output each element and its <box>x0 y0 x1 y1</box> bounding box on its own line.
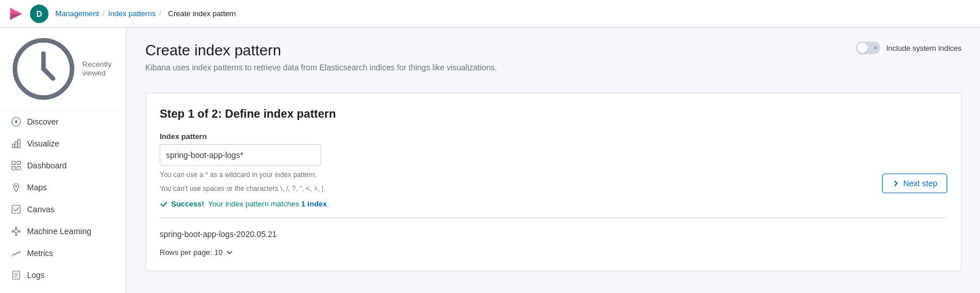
include-system-indices-toggle[interactable]: ✕ <box>856 42 880 54</box>
chevron-right-icon <box>892 179 900 187</box>
sidebar-item-discover-label: Discover <box>27 117 58 126</box>
metrics-icon <box>11 248 21 258</box>
index-pattern-label: Index pattern <box>160 132 947 141</box>
svg-rect-5 <box>15 142 17 148</box>
success-label: Success! Your index pattern matches 1 in… <box>171 200 329 208</box>
matched-index-suffix: -2020.05.21 <box>233 230 277 239</box>
svg-point-15 <box>16 234 17 235</box>
sidebar-item-apm[interactable]: APM <box>0 286 126 293</box>
page-header: Create index pattern Kibana uses index p… <box>145 42 497 72</box>
sidebar-item-logs[interactable]: Logs <box>0 264 126 286</box>
include-system-indices-label: Include system indices <box>886 44 962 52</box>
sidebar-item-maps-label: Maps <box>27 183 47 192</box>
main-layout: Recently viewed Discover Visualize <box>0 28 980 293</box>
divider <box>160 217 947 218</box>
sidebar-item-machine-learning-label: Machine Learning <box>27 227 91 236</box>
content-area: Create index pattern Kibana uses index p… <box>127 28 980 293</box>
sidebar-item-logs-label: Logs <box>27 271 44 280</box>
svg-point-11 <box>16 185 17 187</box>
logs-icon <box>11 270 21 280</box>
rows-per-page[interactable]: Rows per page: 10 <box>160 248 947 257</box>
breadcrumb-index-patterns[interactable]: Index patterns <box>108 9 156 18</box>
svg-point-16 <box>12 230 14 232</box>
success-count: 1 index <box>301 200 327 208</box>
sidebar-item-dashboard[interactable]: Dashboard <box>0 155 126 176</box>
breadcrumb-current: Create index pattern <box>168 9 236 18</box>
check-icon <box>160 200 168 208</box>
toggle-x-icon: ✕ <box>873 45 878 51</box>
sidebar-item-maps[interactable]: Maps <box>0 176 126 198</box>
sidebar-item-discover[interactable]: Discover <box>0 111 126 133</box>
svg-rect-9 <box>12 166 16 170</box>
page-title: Create index pattern <box>145 42 497 59</box>
svg-rect-4 <box>12 144 14 148</box>
next-step-button[interactable]: Next step <box>882 174 947 193</box>
sidebar-item-canvas[interactable]: Canvas <box>0 198 126 220</box>
svg-point-13 <box>14 230 18 233</box>
svg-rect-10 <box>17 166 21 170</box>
svg-rect-8 <box>17 161 21 164</box>
recently-viewed-label: Recently viewed <box>82 60 117 77</box>
svg-rect-7 <box>12 161 16 164</box>
canvas-icon <box>11 204 21 215</box>
index-pattern-input[interactable] <box>160 144 321 166</box>
recently-viewed-section: Recently viewed <box>0 28 126 111</box>
form-section: Step 1 of 2: Define index pattern Index … <box>160 107 947 208</box>
sidebar-item-machine-learning[interactable]: Machine Learning <box>0 220 126 242</box>
rows-per-page-label: Rows per page: 10 <box>160 248 223 257</box>
svg-rect-12 <box>12 205 20 213</box>
clock-icon <box>9 35 78 103</box>
page-subtitle: Kibana uses index patterns to retrieve d… <box>145 63 497 72</box>
ml-icon <box>11 226 21 236</box>
create-index-pattern-card: Step 1 of 2: Define index pattern Index … <box>145 93 962 271</box>
sidebar-item-metrics[interactable]: Metrics <box>0 242 126 264</box>
svg-point-17 <box>19 230 21 232</box>
svg-rect-6 <box>18 140 20 148</box>
matched-index-name: spring-boot-app-logs <box>160 230 233 239</box>
step-title: Step 1 of 2: Define index pattern <box>160 107 947 121</box>
form-hint-1: You can use a * as a wildcard in your in… <box>160 170 947 180</box>
breadcrumb-sep-2: / <box>159 9 161 18</box>
next-step-label: Next step <box>903 179 937 188</box>
sidebar-item-dashboard-label: Dashboard <box>27 161 67 170</box>
chevron-down-icon <box>226 249 233 256</box>
sidebar-item-visualize-label: Visualize <box>27 139 59 148</box>
sidebar-item-metrics-label: Metrics <box>27 249 53 258</box>
toggle-knob <box>857 43 868 53</box>
sidebar-item-visualize[interactable]: Visualize <box>0 133 126 155</box>
dashboard-icon <box>11 160 21 171</box>
top-nav: D Management / Index patterns / Create i… <box>0 0 980 28</box>
svg-point-14 <box>16 227 17 228</box>
matched-index-row: spring-boot-app-logs-2020.05.21 <box>160 227 947 241</box>
user-avatar: D <box>30 5 48 23</box>
success-prefix: Success! <box>171 200 204 208</box>
success-message: Success! Your index pattern matches 1 in… <box>160 200 947 208</box>
sidebar: Recently viewed Discover Visualize <box>0 28 127 293</box>
compass-icon <box>11 117 21 127</box>
toggle-row: ✕ Include system indices <box>856 42 962 54</box>
bar-chart-icon <box>11 138 21 149</box>
breadcrumb-sep-1: / <box>103 9 105 18</box>
breadcrumb-management[interactable]: Management <box>55 9 99 18</box>
sidebar-item-canvas-label: Canvas <box>27 205 54 214</box>
kibana-logo <box>7 5 25 23</box>
map-icon <box>11 182 21 193</box>
breadcrumb: Management / Index patterns / Create ind… <box>55 9 239 18</box>
form-hint-2: You can't use spaces or the characters \… <box>160 183 947 194</box>
